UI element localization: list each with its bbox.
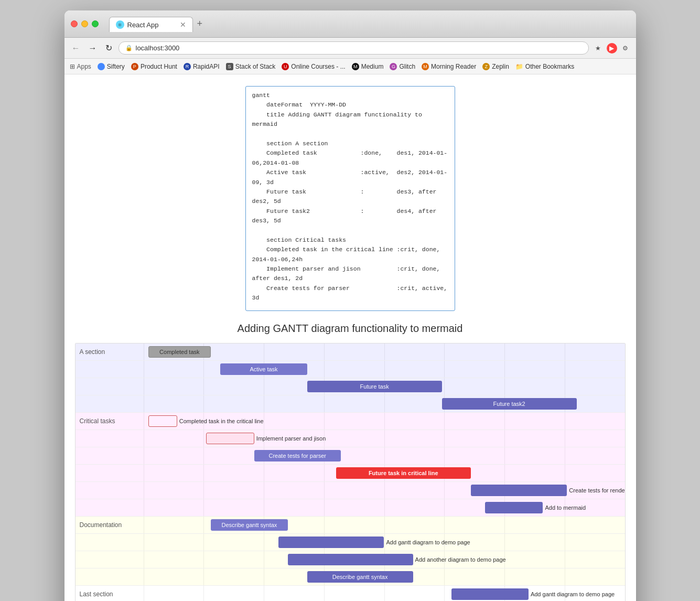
- gantt-bar-label: Implement parser and jison: [254, 435, 326, 442]
- grid-line: [264, 534, 264, 551]
- bookmark-morningreader[interactable]: M Morning Reader: [422, 63, 476, 70]
- gantt-section-label: [76, 534, 144, 551]
- gantt-section-label: [76, 430, 144, 447]
- gantt-bar-label: Add another diagram to demo page: [413, 556, 506, 563]
- grid-line: [203, 551, 204, 568]
- grid-line: [144, 568, 144, 585]
- grid-line: [264, 586, 264, 601]
- url-bar[interactable]: 🔒 localhost:3000: [119, 41, 589, 55]
- bookmark-glitch[interactable]: G Glitch: [390, 63, 415, 70]
- gantt-row-cells: Future task: [144, 378, 625, 395]
- gantt-row-cells: Add gantt diagram to demo page: [144, 534, 625, 551]
- grid-line: [144, 378, 144, 395]
- zeplin-label: Zeplin: [492, 63, 509, 70]
- bookmark-stackofstack[interactable]: S Stack of Stack: [226, 63, 276, 70]
- tab-favicon: ⚛: [116, 20, 124, 29]
- code-textarea[interactable]: gantt dateFormat YYYY-MM-DD title Adding…: [252, 91, 448, 303]
- extensions-icon[interactable]: ⚙: [620, 43, 631, 53]
- gantt-bar: Describe gantt syntax: [211, 519, 288, 531]
- gantt-bar: Future task2: [442, 398, 577, 410]
- gantt-bar-label: Create tests for parser: [269, 453, 326, 459]
- new-tab-button[interactable]: +: [197, 18, 203, 29]
- gantt-row: Create tests for renderer: [76, 482, 625, 499]
- bookmark-medium[interactable]: M Medium: [352, 63, 384, 70]
- forward-button[interactable]: →: [87, 42, 99, 54]
- gantt-bar-label: Completed task: [159, 349, 199, 355]
- gantt-row-cells: Describe gantt syntax: [144, 517, 625, 533]
- active-tab[interactable]: ⚛ React App ✕: [109, 17, 193, 32]
- gantt-section-label: [76, 447, 144, 464]
- gantt-row-cells: Future task2: [144, 395, 625, 412]
- grid-line: [384, 447, 385, 464]
- grid-line: [264, 378, 264, 395]
- grid-line: [144, 465, 144, 481]
- gantt-section-label: Critical tasks: [76, 413, 144, 430]
- grid-line: [384, 344, 385, 360]
- grid-line: [203, 430, 204, 447]
- gantt-bar-label: Future task in critical line: [369, 470, 438, 476]
- gantt-row-cells: Add another diagram to demo page: [144, 551, 625, 568]
- gantt-row: Future task2: [76, 395, 625, 413]
- grid-line: [264, 499, 264, 516]
- back-button[interactable]: ←: [70, 42, 82, 54]
- minimize-button[interactable]: [81, 20, 88, 27]
- bookmark-other[interactable]: 📁 Other Bookmarks: [515, 63, 574, 70]
- grid-line: [444, 568, 445, 585]
- siftery-label: Siftery: [107, 63, 125, 70]
- rapidapi-label: RapidAPI: [193, 63, 220, 70]
- gantt-chart-title: Adding GANTT diagram functionality to me…: [75, 323, 626, 335]
- grid-line: [444, 430, 445, 447]
- grid-line: [565, 430, 565, 447]
- bookmark-zeplin[interactable]: Z Zeplin: [482, 63, 509, 70]
- gantt-row-cells: Implement parser and jison: [144, 430, 625, 447]
- grid-line: [384, 430, 385, 447]
- grid-line: [444, 586, 445, 601]
- bookmark-icon[interactable]: ★: [593, 43, 604, 53]
- grid-line: [565, 361, 565, 378]
- gantt-bar-label: Add gantt diagram to demo page: [384, 539, 470, 545]
- bookmark-siftery[interactable]: Siftery: [98, 63, 125, 70]
- gantt-bar-label: Future task: [360, 383, 389, 390]
- grid-line: [264, 344, 264, 360]
- bookmark-apps[interactable]: ⊞ Apps: [70, 63, 91, 70]
- gantt-section-label: [76, 465, 144, 481]
- grid-line: [324, 344, 325, 360]
- code-editor: gantt dateFormat YYYY-MM-DD title Adding…: [245, 86, 455, 311]
- bookmark-producthunt[interactable]: P Product Hunt: [131, 63, 177, 70]
- gantt-row-cells: Active task: [144, 361, 625, 378]
- grid-line: [203, 499, 204, 516]
- close-button[interactable]: [71, 20, 78, 27]
- gantt-row-cells: Completed task: [144, 344, 625, 360]
- bookmarks-bar: ⊞ Apps Siftery P Product Hunt R RapidAPI…: [64, 59, 636, 74]
- gantt-row: Create tests for parser: [76, 447, 625, 465]
- gantt-bar: [451, 588, 529, 600]
- grid-line: [565, 568, 565, 585]
- gantt-bar: Create tests for parser: [254, 450, 341, 462]
- gantt-row: Future task in critical line: [76, 465, 625, 482]
- grid-line: [504, 534, 505, 551]
- youtube-icon[interactable]: ▶: [607, 43, 617, 53]
- bookmark-rapidapi[interactable]: R RapidAPI: [184, 63, 220, 70]
- gantt-section-label: [76, 568, 144, 585]
- morningreader-icon: M: [422, 63, 429, 70]
- grid-line: [264, 465, 264, 481]
- gantt-row: Add to mermaid: [76, 499, 625, 517]
- secure-icon: 🔒: [125, 45, 133, 51]
- bookmark-onlinecourses[interactable]: U Online Courses - ...: [282, 63, 345, 70]
- gantt-bar: [288, 554, 413, 565]
- grid-line: [144, 551, 144, 568]
- grid-line: [504, 430, 505, 447]
- rapidapi-icon: R: [184, 63, 191, 70]
- grid-line: [264, 482, 264, 499]
- refresh-button[interactable]: ↻: [103, 42, 114, 54]
- maximize-button[interactable]: [92, 20, 99, 27]
- gantt-bar-label: Add gantt diagram to demo page: [529, 591, 615, 597]
- grid-line: [384, 482, 385, 499]
- tab-title: React App: [127, 21, 159, 29]
- grid-line: [565, 378, 565, 395]
- grid-line: [203, 465, 204, 481]
- medium-icon: M: [352, 63, 359, 70]
- gantt-bar-label: Completed task in the critical line: [177, 418, 264, 424]
- tab-close-button[interactable]: ✕: [180, 20, 186, 29]
- gantt-row-cells: Create tests for renderer: [144, 482, 625, 499]
